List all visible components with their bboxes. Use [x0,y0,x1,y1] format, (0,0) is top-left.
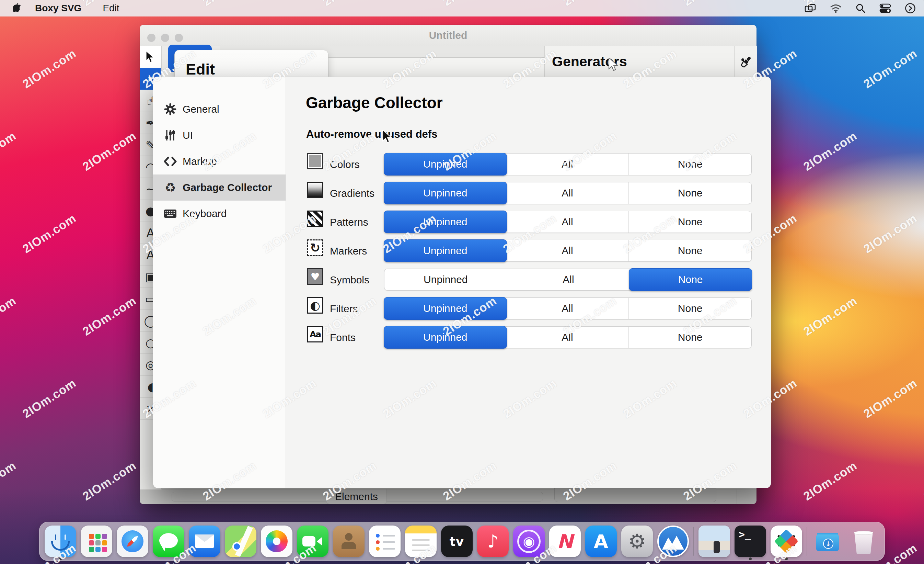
segment-all-button[interactable]: All [506,298,629,319]
menu-app-name[interactable]: Boxy SVG [35,3,81,14]
segment-none-button[interactable]: None [628,326,752,348]
tab-generators[interactable]: Generators [544,46,735,78]
apple-menu[interactable] [13,3,22,14]
gear-icon [164,102,177,116]
main-window-title: Untitled [140,30,756,41]
row-label: Patterns [330,217,368,228]
dock-icon-finder [45,525,76,557]
segment-all-button[interactable]: All [506,211,629,233]
dock-item-mountain[interactable] [657,525,689,557]
defs-row-markers: ↻MarkersUnpinnedAllNone [153,237,771,266]
segment-none-button[interactable]: None [628,240,752,262]
sidebar-item-label: UI [183,129,193,141]
search-icon[interactable] [855,3,866,14]
dock-icon-terminal: >_ [735,525,766,557]
segmented-control-symbols: UnpinnedAllNone [384,269,752,290]
dock-icon-notes [405,525,436,557]
gradients-icon [307,182,323,198]
dock-item-trash[interactable] [848,525,879,557]
symbols-icon: ♥ [307,268,323,285]
main-title-bar[interactable]: Untitled [140,25,756,47]
dock-item-reminders[interactable] [369,525,400,557]
segment-all-button[interactable]: All [507,269,630,290]
segment-unpinned-button[interactable]: Unpinned [384,239,507,262]
dock-icon-podcasts: ◉ [513,525,545,557]
dock-item-photos[interactable] [261,525,292,557]
segmented-control-markers: UnpinnedAllNone [384,240,752,262]
control-center-icon[interactable] [879,3,891,14]
segment-unpinned-button[interactable]: Unpinned [384,153,507,176]
segment-all-button[interactable]: All [506,326,629,348]
tool-select-tool[interactable] [140,46,161,68]
segmented-control-patterns: UnpinnedAllNone [384,211,752,233]
dock-item-music[interactable]: ♪ [477,525,508,557]
theme-brush-button[interactable] [734,46,757,78]
colors-icon [307,153,323,169]
segment-all-button[interactable]: All [506,182,629,204]
dock-separator [807,527,807,556]
segmented-control-colors: UnpinnedAllNone [384,153,752,175]
segment-none-button[interactable]: None [628,182,752,204]
defs-row-colors: ColorsUnpinnedAllNone [153,150,771,179]
segment-all-button[interactable]: All [506,153,629,175]
dock-icon-safari [117,525,148,557]
dock-item-launchpad[interactable] [81,525,112,557]
dock-icon-asterisk: * [771,525,802,557]
segment-unpinned-button[interactable]: Unpinned [384,269,507,290]
segment-unpinned-button[interactable]: Unpinned [384,326,507,349]
sidebar-item-ui[interactable]: UI [153,122,286,148]
segment-none-button[interactable]: None [628,211,752,233]
dock-item-maps[interactable] [225,525,256,557]
dock-item-terminal[interactable]: >_ [735,525,766,557]
dock-item-contacts[interactable] [333,525,364,557]
dock-item-appstore[interactable]: A [585,525,617,557]
dock-item-safari[interactable] [117,525,148,557]
segment-none-button[interactable]: None [628,298,752,319]
dock-item-desktop[interactable] [699,525,730,557]
dock-item-news[interactable]: N [549,525,581,557]
dock-item-podcasts[interactable]: ◉ [513,525,545,557]
dock-icon-facetime [297,525,328,557]
dock-item-mail[interactable] [189,525,220,557]
segment-unpinned-button[interactable]: Unpinned [384,211,507,233]
half-shape-tool-icon: ◖ [148,380,154,394]
dock-item-tv[interactable]: tv [441,525,472,557]
edit-tab-label: Edit [186,60,215,78]
dock-item-asterisk[interactable]: * [771,525,802,557]
dock-icon-tv: tv [441,525,472,557]
fast-forward-circle-icon[interactable] [905,3,916,14]
dock-icon-mountain [657,525,689,557]
dock-item-finder[interactable] [45,525,76,557]
row-label: Filters [330,303,358,314]
dock-icon-photos [261,525,292,557]
dock-icon-sysprefs: ⚙ [621,525,653,557]
wifi-icon[interactable] [830,3,842,13]
segment-unpinned-button[interactable]: Unpinned [384,182,507,205]
dock-item-messages[interactable] [153,525,184,557]
apple-icon [13,3,22,14]
row-label: Fonts [330,332,356,343]
defs-row-symbols: ♥SymbolsUnpinnedAllNone [153,266,771,294]
segment-unpinned-button[interactable]: Unpinned [384,297,507,320]
segment-none-button[interactable]: None [628,153,752,175]
page-title: Garbage Collector [306,93,443,112]
dock-item-sysprefs[interactable]: ⚙ [621,525,653,557]
sidebar-item-general[interactable]: General [153,96,286,122]
dock-item-downloads[interactable]: ↓ [812,525,843,557]
row-label: Colors [330,159,360,170]
sidebar-item-label: General [183,104,219,115]
dock-icon-launchpad [81,525,112,557]
dock: tv♪◉NA⚙>_*↓ [39,522,885,561]
segment-all-button[interactable]: All [506,240,629,262]
bottom-bar: Elements [140,489,756,504]
patterns-icon [307,211,323,227]
dock-item-notes[interactable] [405,525,436,557]
dock-item-facetime[interactable] [297,525,328,557]
menu-edit[interactable]: Edit [103,3,119,14]
mission-control-icon[interactable] [804,3,816,14]
segment-none-button[interactable]: None [629,268,752,291]
defs-row-filters: ◐FiltersUnpinnedAllNone [153,294,771,323]
tab-elements[interactable]: Elements [326,489,387,504]
dock-icon-music: ♪ [477,525,508,557]
brush-icon [739,55,753,69]
